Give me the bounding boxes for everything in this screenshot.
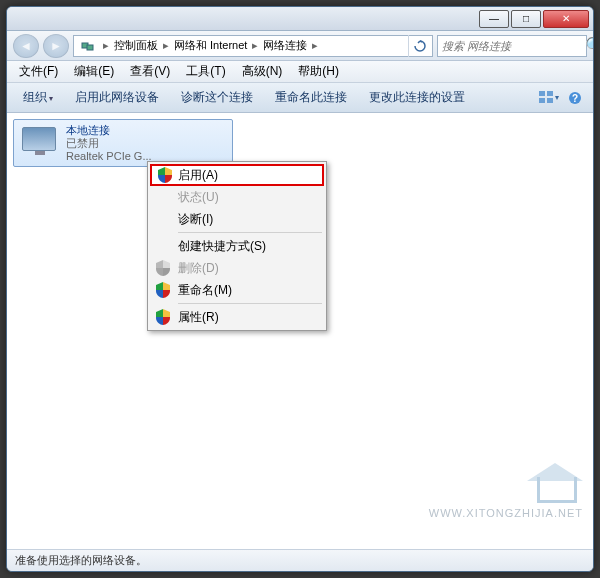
titlebar: — □ ✕ [7,7,593,31]
context-menu-item[interactable]: 创建快捷方式(S) [150,235,324,257]
shield-icon [156,166,174,184]
context-menu-label: 创建快捷方式(S) [178,238,266,255]
search-box[interactable]: 🔍 [437,35,587,57]
watermark-text: WWW.XITONGZHIJIA.NET [429,507,583,519]
navbar: ◄ ► ▸ 控制面板 ▸ 网络和 Internet ▸ 网络连接 ▸ [7,31,593,61]
maximize-button[interactable]: □ [511,10,541,28]
svg-rect-5 [547,98,553,103]
context-menu-label: 状态(U) [178,189,219,206]
search-icon[interactable]: 🔍 [585,36,594,55]
context-menu-label: 重命名(M) [178,282,232,299]
context-menu: 启用(A)状态(U)诊断(I)创建快捷方式(S)删除(D)重命名(M)属性(R) [147,161,327,331]
explorer-window: — □ ✕ ◄ ► ▸ 控制面板 ▸ 网络和 Internet ▸ 网络连接 ▸ [6,6,594,572]
close-button[interactable]: ✕ [543,10,589,28]
svg-rect-3 [547,91,553,96]
svg-rect-2 [539,91,545,96]
chevron-right-icon: ▸ [100,39,112,52]
minimize-button[interactable]: — [479,10,509,28]
shield-icon [154,259,172,277]
forward-button[interactable]: ► [43,34,69,58]
connection-name: 本地连接 [66,124,152,137]
chevron-right-icon: ▸ [309,39,321,52]
connection-status: 已禁用 [66,137,152,150]
breadcrumb-network-connections[interactable]: 网络连接 [261,38,309,53]
menu-tools[interactable]: 工具(T) [178,61,233,82]
help-icon[interactable]: ? [563,87,587,109]
network-icon [80,38,96,54]
menu-help[interactable]: 帮助(H) [290,61,347,82]
address-bar[interactable]: ▸ 控制面板 ▸ 网络和 Internet ▸ 网络连接 ▸ [73,35,433,57]
context-menu-item[interactable]: 诊断(I) [150,208,324,230]
context-menu-label: 属性(R) [178,309,219,326]
context-menu-label: 删除(D) [178,260,219,277]
menu-file[interactable]: 文件(F) [11,61,66,82]
shield-icon [154,308,172,326]
connection-description: Realtek PCIe G... [66,150,152,163]
shield-icon [154,281,172,299]
context-menu-item: 删除(D) [150,257,324,279]
menu-view[interactable]: 查看(V) [122,61,178,82]
rename-button[interactable]: 重命名此连接 [265,85,357,110]
context-menu-item[interactable]: 重命名(M) [150,279,324,301]
context-menu-item: 状态(U) [150,186,324,208]
network-adapter-icon [18,125,60,161]
diagnose-button[interactable]: 诊断这个连接 [171,85,263,110]
menubar: 文件(F) 编辑(E) 查看(V) 工具(T) 高级(N) 帮助(H) [7,61,593,83]
breadcrumb-network-internet[interactable]: 网络和 Internet [172,38,249,53]
context-menu-item[interactable]: 启用(A) [150,164,324,186]
view-mode-button[interactable]: ▾ [537,87,561,109]
svg-rect-1 [87,45,93,50]
context-menu-item[interactable]: 属性(R) [150,306,324,328]
toolbar: 组织 启用此网络设备 诊断这个连接 重命名此连接 更改此连接的设置 ▾ ? [7,83,593,113]
content-area[interactable]: 本地连接 已禁用 Realtek PCIe G... 启用(A)状态(U)诊断(… [7,113,593,549]
change-settings-button[interactable]: 更改此连接的设置 [359,85,475,110]
watermark-logo-icon [523,463,583,503]
statusbar: 准备使用选择的网络设备。 [7,549,593,571]
context-menu-label: 启用(A) [178,167,218,184]
svg-rect-4 [539,98,545,103]
back-button[interactable]: ◄ [13,34,39,58]
refresh-button[interactable] [408,35,430,57]
chevron-right-icon: ▸ [160,39,172,52]
menu-edit[interactable]: 编辑(E) [66,61,122,82]
status-text: 准备使用选择的网络设备。 [15,553,147,568]
svg-text:?: ? [572,93,578,104]
context-menu-separator [178,303,322,304]
organize-button[interactable]: 组织 [13,85,63,110]
menu-advanced[interactable]: 高级(N) [234,61,291,82]
connection-item-local[interactable]: 本地连接 已禁用 Realtek PCIe G... [13,119,233,167]
enable-device-button[interactable]: 启用此网络设备 [65,85,169,110]
breadcrumb-control-panel[interactable]: 控制面板 [112,38,160,53]
context-menu-separator [178,232,322,233]
search-input[interactable] [438,40,585,52]
context-menu-label: 诊断(I) [178,211,213,228]
chevron-right-icon: ▸ [249,39,261,52]
